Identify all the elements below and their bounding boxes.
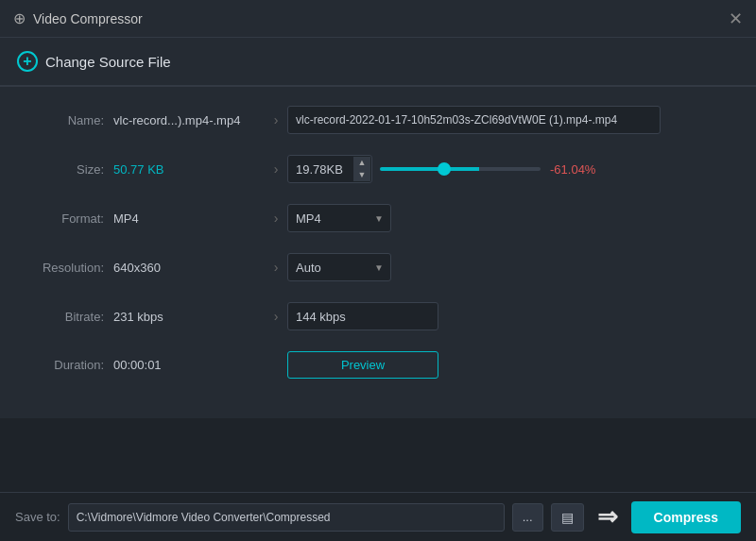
open-folder-button[interactable]: ▤ bbox=[551, 503, 584, 532]
resolution-dropdown[interactable]: Auto 1920x1080 1280x720 640x360 480x270 bbox=[287, 253, 391, 281]
compress-arrow-indicator: ⇒ bbox=[597, 502, 618, 532]
size-percent: -61.04% bbox=[550, 162, 602, 177]
bitrate-row: Bitrate: 231 kbps › bbox=[28, 302, 728, 330]
compress-button[interactable]: Compress bbox=[631, 501, 741, 533]
main-content: Name: vlc-record...).mp4-.mp4 › vlc-reco… bbox=[0, 87, 756, 418]
resolution-select-wrap: Auto 1920x1080 1280x720 640x360 480x270 … bbox=[287, 253, 391, 281]
size-slider[interactable] bbox=[380, 167, 541, 171]
duration-label: Duration: bbox=[28, 358, 113, 372]
size-arrow-icon: › bbox=[265, 161, 287, 177]
bitrate-label: Bitrate: bbox=[28, 310, 113, 324]
format-row: Format: MP4 › MP4 AVI MKV MOV WMV ▼ bbox=[28, 204, 728, 232]
app-title: Video Compressor bbox=[33, 11, 143, 26]
duration-original: 00:00:01 bbox=[113, 358, 265, 372]
save-path-display: C:\Vidmore\Vidmore Video Converter\Compr… bbox=[68, 503, 505, 532]
format-label: Format: bbox=[28, 211, 113, 226]
preview-button[interactable]: Preview bbox=[287, 351, 438, 379]
format-arrow-icon: › bbox=[265, 211, 287, 226]
title-bar: ⊕ Video Compressor ✕ bbox=[0, 0, 756, 38]
change-source-area[interactable]: + Change Source File bbox=[0, 38, 756, 86]
format-dropdown[interactable]: MP4 AVI MKV MOV WMV bbox=[287, 204, 391, 232]
name-arrow-icon: › bbox=[265, 112, 287, 127]
browse-dots-button[interactable]: ... bbox=[512, 503, 543, 532]
resolution-row: Resolution: 640x360 › Auto 1920x1080 128… bbox=[28, 253, 728, 281]
size-decrease-btn[interactable]: ▼ bbox=[353, 169, 370, 181]
resolution-label: Resolution: bbox=[28, 261, 113, 275]
bitrate-original: 231 kbps bbox=[113, 310, 265, 324]
format-select-wrap: MP4 AVI MKV MOV WMV ▼ bbox=[287, 204, 391, 232]
bottom-bar: Save to: C:\Vidmore\Vidmore Video Conver… bbox=[0, 492, 756, 541]
format-original: MP4 bbox=[113, 211, 265, 226]
name-output[interactable]: vlc-record-2022-01-17-10h52m03s-ZCl69dVt… bbox=[287, 106, 661, 134]
resolution-original: 640x360 bbox=[113, 261, 265, 275]
bitrate-arrow-icon: › bbox=[265, 309, 287, 324]
bitrate-input[interactable] bbox=[287, 302, 438, 330]
resolution-arrow-icon: › bbox=[265, 260, 287, 275]
size-original: 50.77 KB bbox=[113, 162, 265, 177]
size-increase-btn[interactable]: ▲ bbox=[353, 157, 370, 169]
app-icon: ⊕ bbox=[13, 9, 26, 27]
name-original: vlc-record...).mp4-.mp4 bbox=[113, 113, 265, 127]
duration-row: Duration: 00:00:01 › Preview bbox=[28, 351, 728, 379]
size-row: Size: 50.77 KB › ▲ ▼ -61.04% bbox=[28, 155, 728, 183]
size-spinner: ▲ ▼ bbox=[353, 157, 370, 181]
add-file-icon: + bbox=[17, 51, 38, 72]
change-source-label: Change Source File bbox=[45, 54, 171, 70]
size-input-wrap: ▲ ▼ bbox=[287, 155, 372, 183]
name-label: Name: bbox=[28, 113, 113, 127]
save-to-label: Save to: bbox=[15, 510, 60, 524]
size-slider-wrap: -61.04% bbox=[380, 162, 728, 177]
folder-icon: ▤ bbox=[561, 510, 574, 525]
close-button[interactable]: ✕ bbox=[729, 10, 743, 27]
size-label: Size: bbox=[28, 162, 113, 177]
name-row: Name: vlc-record...).mp4-.mp4 › vlc-reco… bbox=[28, 106, 728, 134]
